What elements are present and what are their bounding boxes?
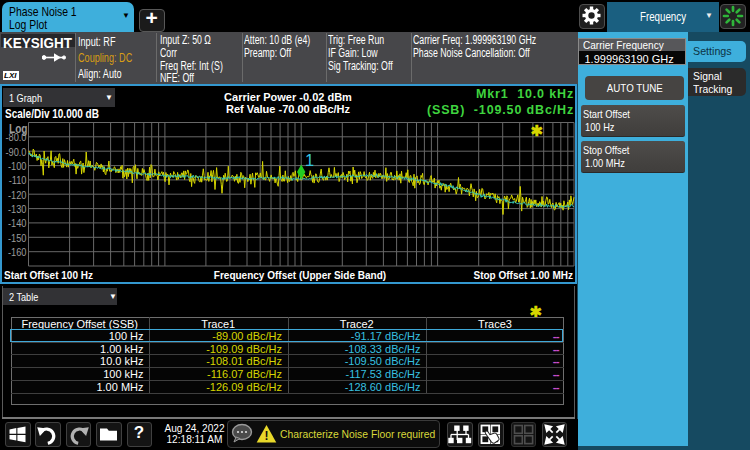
- svg-text:!: !: [265, 429, 269, 443]
